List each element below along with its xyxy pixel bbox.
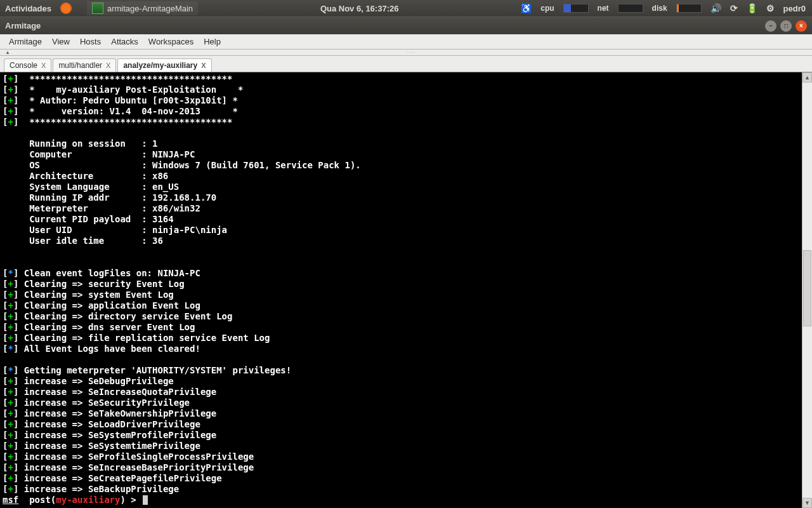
tab-my-auxiliary[interactable]: analyze/my-auxiliary X — [117, 58, 211, 72]
close-icon[interactable]: X — [201, 62, 206, 69]
close-icon[interactable]: X — [41, 62, 46, 69]
taskbar-item-armitage[interactable]: armitage-ArmitageMain — [87, 1, 198, 15]
tab-label: analyze/my-auxiliary — [123, 61, 197, 70]
taskbar-label: armitage-ArmitageMain — [107, 4, 193, 13]
msf-prompt: msf — [3, 495, 18, 505]
tab-strip: Console X multi/handler X analyze/my-aux… — [0, 56, 812, 72]
cpu-label: cpu — [540, 4, 554, 13]
menu-help[interactable]: Help — [199, 36, 226, 48]
tab-label: multi/handler — [58, 61, 102, 70]
net-label: net — [598, 4, 609, 13]
gear-icon[interactable]: ⚙ — [766, 3, 775, 13]
tab-multihandler[interactable]: multi/handler X — [53, 58, 116, 72]
minimize-button[interactable]: – — [765, 20, 776, 32]
window-title: Armitage — [5, 21, 761, 30]
disk-meter — [676, 4, 702, 13]
net-meter — [618, 4, 643, 13]
close-icon[interactable]: X — [106, 62, 110, 69]
gnome-top-panel: Actividades armitage-ArmitageMain Qua No… — [0, 0, 812, 17]
armitage-app-icon — [92, 3, 103, 14]
disk-label: disk — [652, 4, 667, 13]
menu-armitage[interactable]: Armitage — [4, 36, 47, 48]
menu-view[interactable]: View — [47, 36, 75, 48]
tab-console[interactable]: Console X — [4, 58, 51, 72]
console-output[interactable]: [+] ************************************… — [0, 72, 812, 508]
menu-workspaces[interactable]: Workspaces — [143, 36, 199, 48]
scroll-down-button[interactable]: ▼ — [802, 498, 812, 508]
volume-icon[interactable]: 🔊 — [710, 3, 721, 13]
menu-attacks[interactable]: Attacks — [106, 36, 143, 48]
text-cursor — [143, 495, 148, 505]
clock[interactable]: Qua Nov 6, 16:37:26 — [198, 4, 521, 13]
tab-label: Console — [10, 61, 37, 70]
scroll-thumb[interactable] — [803, 250, 811, 326]
vertical-scrollbar[interactable]: ▲ ▼ — [802, 72, 812, 508]
activities-button[interactable]: Actividades — [5, 4, 51, 13]
ubuntu-icon[interactable] — [60, 3, 72, 14]
user-menu[interactable]: pedr0 — [783, 4, 806, 13]
maximize-button[interactable]: □ — [780, 20, 792, 32]
menu-hosts[interactable]: Hosts — [75, 36, 106, 48]
scroll-up-button[interactable]: ▲ — [802, 72, 812, 83]
close-button[interactable]: × — [796, 20, 807, 32]
wifi-icon[interactable]: ⟳ — [730, 3, 738, 13]
cpu-meter — [563, 4, 589, 13]
menu-bar: Armitage View Hosts Attacks Workspaces H… — [0, 34, 812, 50]
accessibility-icon[interactable]: ♿ — [521, 3, 532, 13]
battery-icon[interactable]: 🔋 — [747, 3, 757, 13]
split-handle[interactable]: ···· — [0, 50, 812, 56]
window-titlebar[interactable]: Armitage – □ × — [0, 17, 812, 34]
